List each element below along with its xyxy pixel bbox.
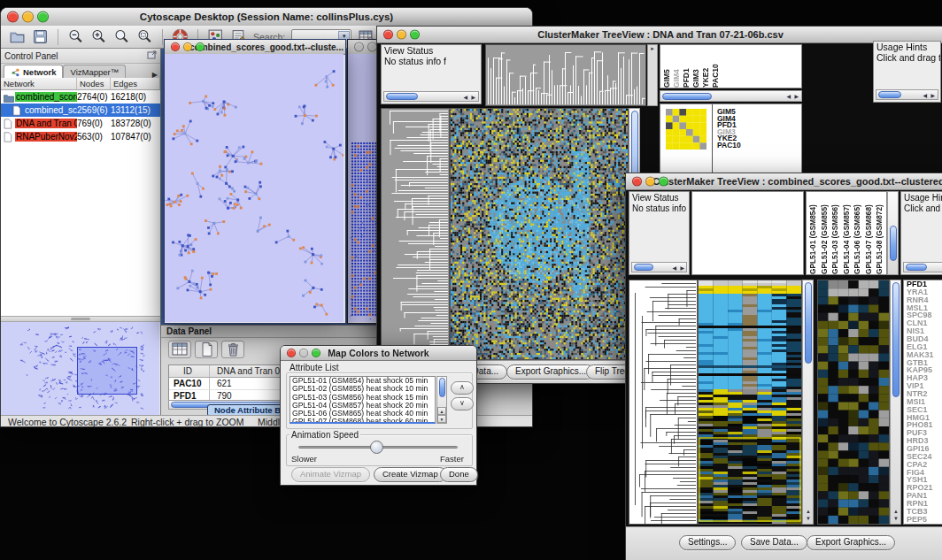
scroll-left-icon[interactable]: ◀ — [463, 95, 467, 100]
zoom-button[interactable] — [659, 177, 668, 187]
attribute-item[interactable]: GPL51-03 (GSM856) heat shock 15 min — [290, 394, 435, 402]
attribute-item[interactable]: GPL51-04 (GSM857) heat shock 20 min — [290, 402, 435, 410]
minimize-button[interactable] — [645, 177, 655, 187]
view-status-hscrollbar[interactable]: ◀ ▶ — [631, 262, 687, 272]
new-attribute-icon[interactable] — [195, 341, 218, 358]
scroll-down-icon[interactable]: ▼ — [893, 516, 899, 521]
main-titlebar[interactable]: Cytoscape Desktop (Session Name: collins… — [1, 8, 532, 27]
tv2-labels-vscrollbar[interactable] — [887, 191, 899, 275]
treeview1-titlebar[interactable]: ClusterMaker TreeView : DNA and Tran 07-… — [377, 27, 942, 43]
save-data-button[interactable]: Save Data... — [741, 535, 807, 550]
speed-slider-thumb[interactable] — [370, 441, 383, 454]
scroll-left-icon[interactable]: ◀ — [672, 265, 676, 271]
panel-splitter[interactable] — [1, 316, 160, 322]
network-overview-thumbnail[interactable] — [1, 322, 159, 415]
zoom-button[interactable] — [312, 349, 320, 357]
scroll-right-icon[interactable]: ▶ — [680, 265, 684, 271]
save-session-icon[interactable] — [32, 28, 49, 45]
float-panel-icon[interactable] — [147, 50, 157, 62]
attribute-item[interactable]: GPL51-01 (GSM854) heat shock 05 min — [290, 377, 435, 385]
scroll-up-icon[interactable]: ▲ — [437, 407, 446, 415]
tv1-global-heatmap[interactable] — [450, 108, 629, 360]
column-label: PAC10 — [711, 45, 721, 88]
zoom-out-icon[interactable] — [67, 28, 84, 45]
scroll-right-icon[interactable]: ▶ — [930, 93, 935, 98]
minimize-button[interactable] — [299, 349, 308, 357]
faster-label: Faster — [438, 454, 466, 464]
network-row[interactable]: combined_scores 2764(0) 16218(0) — [1, 90, 160, 104]
tv2-global-vscrollbar[interactable]: ▲ ▼ — [802, 280, 814, 525]
gene-label[interactable]: PAC10 — [717, 142, 741, 150]
dialog-titlebar[interactable]: Map Colors to Network — [281, 346, 476, 361]
attribute-list-vscrollbar[interactable]: ▲ ▼ — [436, 376, 447, 424]
attribute-item[interactable]: GPL51-07 (GSM868) heat shock 60 min — [290, 418, 435, 424]
scroll-right-icon[interactable]: ▶ — [794, 94, 799, 99]
usage-hints-hscrollbar[interactable] — [903, 262, 942, 272]
export-graphics-button[interactable]: Export Graphics... — [807, 535, 895, 550]
zoom-button[interactable] — [196, 42, 205, 51]
view-status-title: View Status — [384, 46, 478, 57]
network-tree-table: Network Nodes Edges combined_scores 2764… — [1, 78, 160, 316]
close-button[interactable] — [7, 12, 19, 23]
scroll-down-icon[interactable]: ▼ — [437, 415, 446, 423]
close-button[interactable] — [632, 177, 642, 187]
attribute-item[interactable]: GPL51-02 (GSM855) heat shock 10 min — [290, 385, 435, 393]
minimize-button[interactable] — [183, 42, 192, 51]
attribute-item[interactable]: GPL51-06 (GSM865) heat shock 40 min — [290, 410, 435, 418]
attribute-select-icon[interactable] — [168, 341, 191, 358]
zoom-button[interactable] — [410, 30, 420, 40]
animate-vizmap-button[interactable]: Animate Vizmap — [291, 467, 370, 482]
usage-hints-hscrollbar[interactable]: ◀ ▶ — [876, 89, 938, 100]
tv1-labels-hscrollbar[interactable]: ◀ ▶ — [660, 90, 802, 102]
create-vizmap-button[interactable]: Create Vizmap — [374, 467, 447, 482]
zoom-button[interactable] — [37, 12, 49, 23]
network-graph-canvas[interactable] — [165, 54, 344, 322]
scroll-left-icon[interactable]: ◀ — [786, 94, 791, 99]
close-button[interactable] — [171, 42, 180, 51]
scroll-down-icon[interactable]: ▼ — [806, 516, 811, 521]
minimize-button[interactable] — [397, 30, 406, 40]
zoom-selected-icon[interactable] — [136, 28, 153, 45]
network-table-header: Network Nodes Edges — [1, 78, 160, 90]
view-status-hscrollbar[interactable]: ◀ ▶ — [383, 91, 479, 102]
usage-hints-text: Click and drag to — [876, 53, 938, 64]
network-view-titlebar[interactable]: combined_scores_good.txt--cluste... — [165, 40, 345, 55]
network-row[interactable]: RNAPuberNov2+ 563(0) 107847(0) — [1, 130, 160, 143]
done-button[interactable]: Done — [440, 467, 478, 482]
network-view-title: combined_scores_good.txt--cluste... — [189, 42, 344, 52]
treeview2-titlebar[interactable]: ClusterMaker TreeView : combined_scores_… — [626, 173, 942, 190]
folder-icon — [3, 92, 15, 103]
zoom-in-icon[interactable] — [90, 28, 107, 45]
tab-network[interactable]: Network — [4, 65, 63, 79]
zoom-fit-icon[interactable] — [113, 28, 130, 45]
scroll-left-icon[interactable]: ◀ — [923, 93, 927, 98]
move-up-button[interactable]: ∧ — [451, 381, 474, 395]
close-button[interactable] — [354, 42, 364, 52]
tab-vizmapper[interactable]: VizMapper™ — [63, 65, 126, 79]
column-label: GPL51-02 (GSM855) — [820, 192, 831, 274]
usage-hints-title: Usage Hints — [904, 193, 942, 203]
minimize-button[interactable] — [22, 12, 34, 23]
settings-button[interactable]: Settings... — [679, 535, 736, 550]
control-panel-title: Control Panel — [4, 51, 58, 61]
scroll-right-icon[interactable]: ▶ — [471, 95, 475, 100]
move-down-button[interactable]: ∨ — [451, 397, 474, 410]
delete-attribute-trash-icon[interactable] — [221, 341, 244, 358]
gene-label[interactable]: MON2 — [907, 524, 942, 525]
export-graphics-button[interactable]: Export Graphics... — [506, 364, 595, 380]
tv1-column-dendrogram[interactable] — [485, 44, 646, 106]
tv1-row-dendrogram[interactable] — [381, 108, 450, 360]
scroll-up-icon[interactable]: ▲ — [806, 509, 811, 514]
tv2-global-heatmap[interactable] — [698, 280, 802, 525]
tv2-zoom-vscrollbar[interactable]: ▲ ▼ — [890, 280, 901, 525]
open-session-icon[interactable] — [9, 28, 26, 45]
tv1-zoom-heatmap[interactable] — [666, 109, 706, 150]
scroll-up-icon[interactable]: ▲ — [893, 509, 899, 514]
tv2-zoom-heatmap[interactable] — [817, 280, 890, 525]
network-row-selected[interactable]: combined_sco 2569(6) 13112(15) — [1, 104, 160, 117]
tv1-split-strip[interactable]: ▸ — [647, 44, 658, 106]
close-button[interactable] — [287, 349, 296, 357]
tv2-row-dendrogram[interactable] — [629, 280, 698, 525]
network-row[interactable]: DNA and Tran 07 769(0) 183728(0) — [1, 117, 160, 130]
close-button[interactable] — [383, 30, 393, 40]
